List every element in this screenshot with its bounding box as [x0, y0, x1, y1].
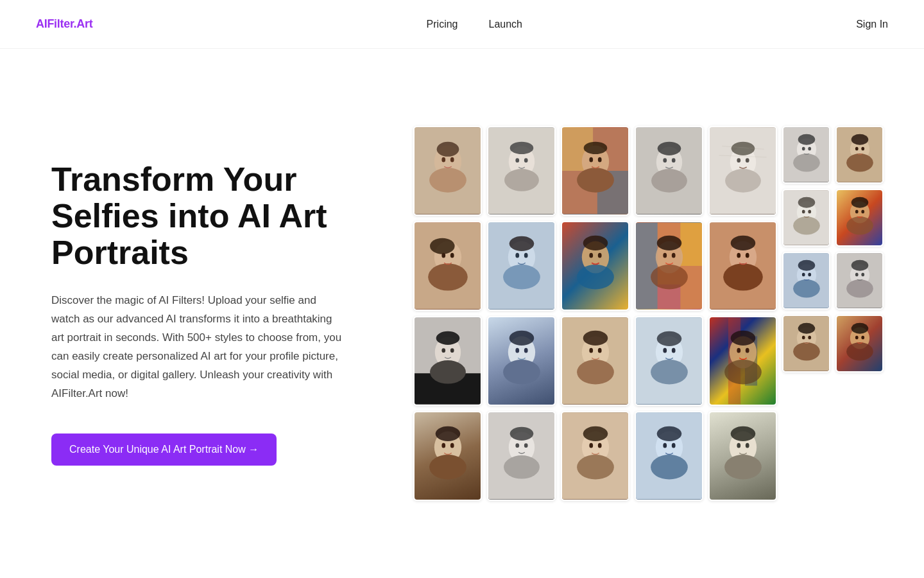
svg-point-60	[671, 253, 675, 258]
svg-rect-53	[636, 223, 658, 310]
svg-point-42	[503, 265, 540, 290]
svg-point-91	[671, 348, 675, 353]
svg-point-105	[450, 443, 454, 448]
svg-point-128	[737, 443, 740, 448]
hero-description: Discover the magic of AI Filters! Upload…	[51, 292, 343, 403]
portrait-card	[413, 411, 482, 501]
svg-point-64	[730, 236, 755, 250]
portrait-card	[487, 411, 556, 501]
main-content: Transform Your Selfies into AI Art Portr…	[0, 49, 924, 578]
svg-point-176	[855, 336, 858, 340]
svg-point-153	[861, 210, 864, 214]
svg-point-76	[503, 360, 540, 385]
svg-point-29	[731, 142, 755, 155]
svg-point-10	[515, 158, 519, 162]
svg-point-96	[724, 360, 762, 385]
portrait-side-grid	[782, 126, 884, 372]
portrait-card	[708, 411, 777, 501]
svg-point-169	[798, 323, 815, 334]
svg-point-82	[577, 360, 614, 385]
svg-point-36	[428, 263, 468, 290]
svg-point-110	[515, 443, 519, 448]
svg-point-71	[436, 331, 459, 345]
portrait-card	[708, 316, 777, 406]
portrait-card	[835, 252, 884, 310]
svg-point-117	[597, 443, 601, 448]
portrait-gallery	[379, 49, 924, 578]
portrait-card	[635, 221, 703, 311]
portrait-card	[561, 316, 629, 406]
svg-point-50	[589, 253, 593, 258]
portrait-card	[782, 315, 830, 372]
svg-point-108	[504, 455, 540, 479]
svg-point-2	[429, 168, 466, 193]
svg-point-18	[589, 157, 593, 162]
svg-point-58	[656, 236, 681, 250]
svg-point-49	[583, 236, 608, 250]
nav-launch[interactable]: Launch	[489, 19, 523, 30]
signin-link[interactable]: Sign In	[856, 19, 888, 30]
svg-point-5	[450, 157, 454, 162]
svg-point-59	[663, 253, 667, 258]
svg-point-102	[429, 455, 466, 480]
svg-point-72	[441, 348, 445, 353]
portrait-card	[708, 221, 777, 311]
svg-point-163	[851, 260, 868, 271]
svg-point-85	[597, 348, 601, 353]
svg-point-159	[808, 273, 811, 277]
svg-point-168	[793, 342, 820, 360]
cta-button[interactable]: Create Your Unique AI Art Portrait Now →	[51, 434, 277, 466]
portrait-card	[708, 126, 777, 216]
svg-point-25	[671, 158, 675, 162]
svg-point-120	[651, 455, 688, 480]
svg-point-111	[524, 443, 527, 448]
svg-point-121	[656, 426, 681, 441]
svg-point-127	[730, 426, 755, 441]
svg-point-129	[745, 443, 749, 448]
svg-point-79	[524, 348, 527, 353]
svg-point-132	[793, 153, 820, 171]
svg-point-144	[793, 216, 820, 234]
portrait-card	[782, 252, 830, 310]
logo[interactable]: AIFilter.Art	[36, 17, 92, 31]
svg-point-152	[855, 210, 858, 214]
svg-point-139	[851, 134, 868, 145]
svg-point-147	[808, 210, 811, 214]
svg-point-65	[737, 253, 740, 258]
svg-point-3	[436, 142, 459, 157]
svg-point-66	[745, 253, 749, 258]
svg-point-133	[798, 134, 815, 145]
portrait-card	[561, 221, 629, 311]
svg-point-17	[583, 142, 607, 154]
svg-point-97	[730, 331, 755, 346]
svg-point-28	[725, 169, 761, 193]
svg-point-11	[524, 158, 527, 162]
svg-point-98	[737, 348, 740, 353]
svg-point-9	[509, 142, 533, 154]
svg-point-123	[671, 443, 675, 448]
svg-point-30	[737, 158, 740, 162]
svg-point-22	[651, 169, 687, 193]
hero-title: Transform Your Selfies into AI Art Portr…	[51, 161, 343, 272]
svg-point-19	[597, 157, 601, 162]
svg-point-115	[583, 426, 608, 441]
svg-point-45	[524, 253, 527, 258]
svg-point-39	[450, 253, 454, 258]
svg-point-150	[846, 216, 873, 234]
svg-point-43	[509, 236, 534, 251]
svg-point-135	[808, 147, 811, 151]
svg-point-78	[515, 348, 519, 353]
portrait-card	[413, 126, 482, 216]
svg-point-165	[861, 273, 864, 277]
svg-point-141	[861, 147, 864, 151]
svg-point-157	[798, 260, 815, 271]
svg-point-174	[846, 342, 873, 360]
svg-point-138	[846, 153, 873, 171]
portrait-grid-wrapper	[413, 126, 884, 501]
svg-point-116	[589, 443, 593, 448]
hero-panel: Transform Your Selfies into AI Art Portr…	[0, 161, 379, 466]
svg-point-171	[808, 336, 811, 340]
svg-point-103	[435, 426, 460, 441]
nav-pricing[interactable]: Pricing	[427, 19, 458, 30]
portrait-card	[835, 126, 884, 184]
